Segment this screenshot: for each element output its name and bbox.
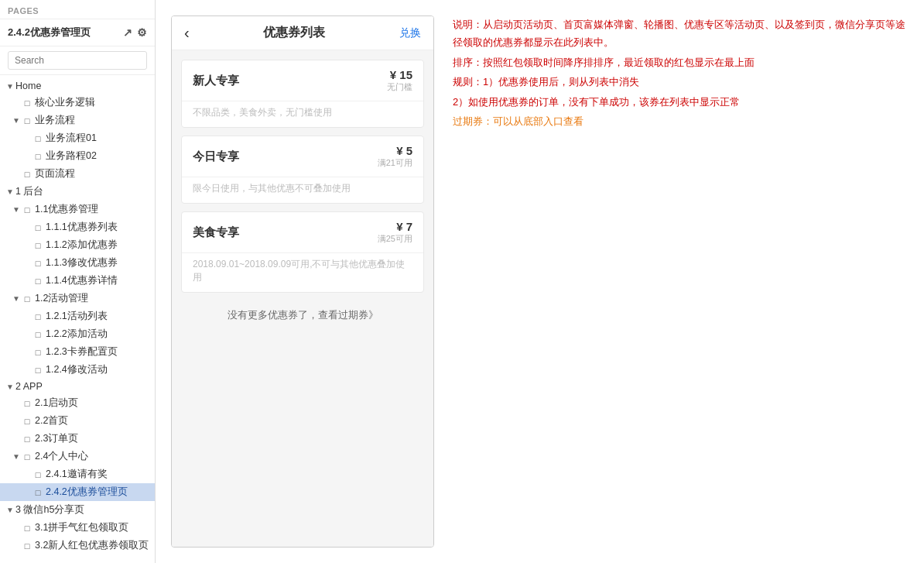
sidebar-item-wechat-h5[interactable]: ▼3 微信h5分享页 [0,501,155,519]
sidebar-item-label: 1.1.1优惠券列表 [46,221,150,234]
note-line: 过期券：可以从底部入口查看 [453,112,909,130]
sidebar-item-label: 核心业务逻辑 [35,96,150,109]
sidebar-item-backend[interactable]: ▼1 后台 [0,183,155,201]
sidebar-item-label: 业务路程02 [46,149,150,163]
sidebar-item-label: 1.1.3修改优惠券 [46,256,150,269]
sidebar-item-biz-flow-02[interactable]: □业务路程02 [0,147,155,165]
coupon-top: 新人专享¥ 15无门槛 [182,60,423,98]
page-icon: □ [22,205,33,215]
sidebar-item-label: 1.2.1活动列表 [46,310,150,323]
sidebar-item-coupon-manage-page[interactable]: □2.4.2优惠券管理页 [0,483,155,501]
sidebar-item-label: 1.2.3卡券配置页 [46,345,150,359]
sidebar-item-biz-flow[interactable]: ▼□业务流程 [0,112,155,129]
sidebar-item-order-page[interactable]: □2.3订单页 [0,430,155,448]
collapse-arrow-icon: ▼ [11,205,22,214]
amount-condition: 满21可用 [378,157,412,169]
search-input[interactable] [8,51,147,70]
coupon-name: 今日专享 [193,149,239,164]
page-icon: □ [33,330,43,339]
collapse-arrow-icon: ▼ [5,383,15,391]
collapse-arrow-icon: ▼ [11,294,22,303]
sidebar-item-label: 1.2活动管理 [35,292,150,305]
coupon-amount: ¥ 7满25可用 [378,220,412,245]
sidebar-item-label: 页面流程 [35,167,150,180]
page-icon: □ [33,152,43,161]
coupon-top: 今日专享¥ 5满21可用 [182,136,423,173]
sidebar-item-activity-add[interactable]: □1.2.2添加活动 [0,325,155,343]
coupon-card[interactable]: 今日专享¥ 5满21可用限今日使用，与其他优惠不可叠加使用 [181,136,424,204]
sidebar-item-activity-mgmt[interactable]: ▼□1.2活动管理 [0,290,155,307]
amount-condition: 无门槛 [387,81,412,93]
phone-body: 新人专享¥ 15无门槛不限品类，美食外卖，无门槛使用今日专享¥ 5满21可用限今… [172,50,433,547]
note-line: 排序：按照红包领取时间降序排排序，最近领取的红包显示在最上面 [453,53,909,71]
sidebar-item-coupon-list[interactable]: □1.1.1优惠券列表 [0,218,155,236]
sidebar-item-biz-flow-01[interactable]: □业务流程01 [0,129,155,147]
collapse-arrow-icon: ▼ [5,506,15,514]
back-button[interactable]: ‹ [184,24,190,42]
sidebar-item-splash[interactable]: □2.1启动页 [0,394,155,412]
sidebar-item-redpack-collect[interactable]: □3.1拼手气红包领取页 [0,519,155,537]
export-icon[interactable]: ↗ [123,26,132,39]
sidebar-item-label: 2.4.2优惠券管理页 [46,486,150,499]
sidebar-title-icons: ↗ ⚙ [123,26,147,39]
amount-value: ¥ 5 [378,144,412,157]
page-icon: □ [33,134,43,143]
phone-mockup: ‹ 优惠券列表 兑换 新人专享¥ 15无门槛不限品类，美食外卖，无门槛使用今日专… [171,15,434,548]
sidebar-item-coupon-detail[interactable]: □1.1.4优惠券详情 [0,272,155,290]
sidebar-item-label: 2.1启动页 [35,397,150,410]
sidebar-item-label: 1.1.4优惠券详情 [46,274,150,287]
page-icon: □ [22,98,33,108]
sidebar-item-newuser-coupon[interactable]: □3.2新人红包优惠券领取页 [0,537,155,554]
page-icon: □ [22,399,33,408]
page-icon: □ [33,276,43,286]
sidebar-item-coupon-add[interactable]: □1.1.2添加优惠券 [0,236,155,254]
sidebar-item-card-config[interactable]: □1.2.3卡券配置页 [0,343,155,361]
sidebar-item-core-biz[interactable]: □核心业务逻辑 [0,94,155,112]
sidebar-item-home[interactable]: ▼Home [0,78,155,94]
exchange-button[interactable]: 兑换 [399,26,421,40]
page-icon: □ [33,223,43,232]
sidebar-item-label: 1.2.2添加活动 [46,328,150,341]
phone-title: 优惠券列表 [263,25,325,41]
sidebar-item-label: 业务流程 [35,114,150,127]
page-icon: □ [33,312,43,321]
sidebar-item-app[interactable]: ▼2 APP [0,379,155,394]
sidebar-item-coupon-mgmt[interactable]: ▼□1.1优惠券管理 [0,201,155,218]
collapse-arrow-icon: ▼ [5,187,15,196]
coupon-card[interactable]: 美食专享¥ 7满25可用2018.09.01~2018.09.09可用,不可与其… [181,211,424,293]
main-content: ‹ 优惠券列表 兑换 新人专享¥ 15无门槛不限品类，美食外卖，无门槛使用今日专… [156,0,924,563]
sidebar: PAGES 2.4.2优惠券管理页 ↗ ⚙ ▼Home□核心业务逻辑▼□业务流程… [0,0,156,563]
page-icon: □ [22,170,33,179]
sidebar-item-activity-list[interactable]: □1.2.1活动列表 [0,307,155,325]
sidebar-item-coupon-edit[interactable]: □1.1.3修改优惠券 [0,254,155,272]
phone-header: ‹ 优惠券列表 兑换 [172,16,433,50]
no-more-text[interactable]: 没有更多优惠券了，查看过期券》 [181,300,424,330]
sidebar-header: PAGES [0,0,155,19]
page-icon: □ [33,488,43,497]
collapse-arrow-icon: ▼ [5,82,15,91]
page-icon: □ [33,366,43,375]
sidebar-item-label: 3.2新人红包优惠券领取页 [35,539,150,552]
sidebar-item-label: 业务流程01 [46,132,150,145]
sidebar-item-activity-edit[interactable]: □1.2.4修改活动 [0,361,155,379]
sidebar-item-label: 3 微信h5分享页 [15,503,150,517]
sidebar-item-page-flow[interactable]: □页面流程 [0,165,155,183]
note-line: 2）如使用优惠券的订单，没有下单成功，该券在列表中显示正常 [453,93,909,111]
page-icon: □ [22,524,33,533]
sidebar-item-label: 1.1优惠券管理 [35,203,150,216]
coupon-card[interactable]: 新人专享¥ 15无门槛不限品类，美食外卖，无门槛使用 [181,60,424,128]
sidebar-item-invite[interactable]: □2.4.1邀请有奖 [0,465,155,483]
coupon-top: 美食专享¥ 7满25可用 [182,212,423,249]
sidebar-title: 2.4.2优惠券管理页 [8,26,91,39]
coupon-amount: ¥ 15无门槛 [387,68,412,93]
settings-icon[interactable]: ⚙ [137,26,147,39]
sidebar-item-label: 3.1拼手气红包领取页 [35,521,150,534]
sidebar-item-label: 1.2.4修改活动 [46,363,150,376]
amount-value: ¥ 15 [387,68,412,81]
sidebar-item-personal[interactable]: ▼□2.4个人中心 [0,448,155,465]
amount-condition: 满25可用 [378,233,412,245]
sidebar-item-label: 2.4个人中心 [35,450,150,463]
sidebar-item-home-page[interactable]: □2.2首页 [0,412,155,430]
sidebar-item-label: 1 后台 [15,185,150,198]
coupon-desc: 2018.09.01~2018.09.09可用,不可与其他优惠叠加使用 [182,252,423,292]
